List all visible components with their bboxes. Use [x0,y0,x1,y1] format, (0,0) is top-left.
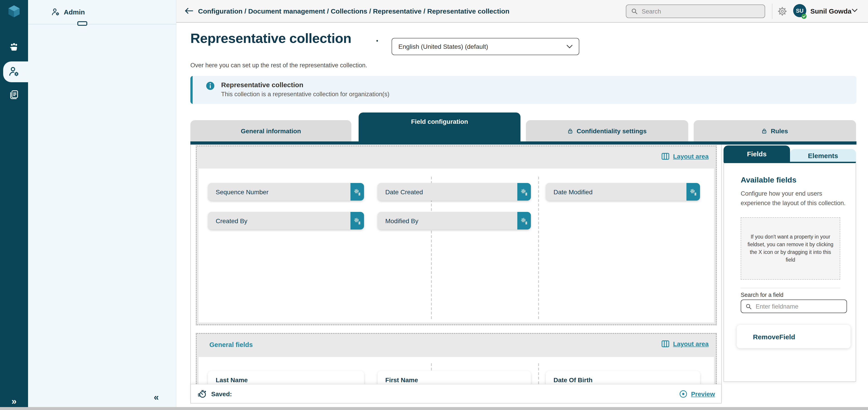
panel-tab-fields[interactable]: Fields [723,145,790,162]
available-fields-panel: Available fields Configure how your end … [723,162,856,382]
layout-area-link[interactable]: Layout area [662,340,709,347]
saved-status: Saved: [197,389,232,399]
chevron-down-icon [567,45,572,48]
panel-tab-label: Fields [747,150,767,158]
stopwatch-icon [197,389,207,399]
field-chip-date-created[interactable]: Date Created [378,183,531,201]
search-input[interactable] [642,8,755,15]
tab-label: General information [241,127,301,134]
search-icon [745,303,752,310]
lock-icon [762,128,767,134]
lock-icon [567,128,573,134]
field-settings-button[interactable] [686,183,700,201]
panel-tab-label: Elements [808,151,838,159]
gear-lines-icon [353,188,361,196]
field-chip-label: Modified By [378,217,517,224]
field-search-input[interactable] [756,303,841,310]
field-settings-button[interactable] [350,183,364,201]
eye-circle-icon [679,390,687,398]
admin-sidebar [28,0,176,410]
remove-dropzone[interactable]: If you don't want a property in your fie… [741,217,840,280]
gear-lines-icon [353,217,361,225]
search-icon [631,8,638,15]
workspace-people-icon[interactable] [0,38,28,57]
tab-label: Field configuration [411,118,468,125]
tab-rules[interactable]: Rules [694,120,856,141]
back-arrow-icon[interactable] [185,7,193,14]
layout-area-label: Layout area [673,153,709,160]
field-search-label: Search for a field [741,292,783,298]
global-search[interactable] [626,4,765,18]
layout-area-label: Layout area [673,340,709,347]
language-select[interactable]: English (United States) (default) [392,38,579,55]
field-chip-label: Sequence Number [208,188,350,195]
user-gear-icon [51,7,60,16]
dropzone-text: If you don't want a property in your fie… [747,233,833,264]
sidebar-header-label: Admin [64,8,85,16]
gear-lines-icon [520,188,528,196]
field-chip-label: Date Of Birth [546,376,700,383]
preview-label: Preview [691,390,715,397]
field-chip-modified-by[interactable]: Modified By [378,212,531,230]
tab-label: Confidentiality settings [577,127,647,134]
field-chip-created-by[interactable]: Created By [208,212,364,230]
field-chip-label: Created By [208,217,350,224]
tab-content-divider [190,141,857,144]
available-field-label: RemoveField [753,333,795,340]
page-subtitle: Over here you can set up the rest of the… [190,62,367,69]
preview-link[interactable]: Preview [679,390,715,398]
available-fields-heading: Available fields [741,176,796,185]
page-title: Representative collection [190,31,351,46]
columns-icon [662,153,670,160]
horizontal-scrollbar[interactable] [0,407,868,410]
tab-field-configuration[interactable]: Field configuration [359,112,521,141]
column-separator [538,177,539,319]
sidebar-collapse-button[interactable]: « [154,392,159,403]
scrolled-item-icon [77,21,87,26]
general-fields-title: General fields [209,341,253,348]
documents-icon[interactable] [0,86,28,104]
field-search[interactable] [741,300,847,313]
field-chip-label: First Name [378,376,531,383]
gear-lines-icon [689,188,697,196]
app-logo-icon[interactable] [6,4,22,19]
panel-divider [741,288,840,288]
layout-area-link[interactable]: Layout area [662,153,709,160]
info-banner: Representative collection This collectio… [190,76,857,104]
user-name[interactable]: Sunil Gowda [810,7,851,15]
language-select-value: English (United States) (default) [398,43,488,50]
field-chip-label: Date Created [378,188,517,195]
field-chip-sequence-number[interactable]: Sequence Number [208,183,364,201]
user-menu-chevron-icon[interactable] [852,9,857,12]
field-chip-label: Last Name [208,376,364,383]
saved-label: Saved: [211,390,232,397]
layout-area-system: Layout area Sequence Number Date Created [196,145,717,325]
available-field-removefield[interactable]: RemoveField [737,325,850,348]
app-rail: » [0,0,28,410]
tab-general-information[interactable]: General information [190,120,351,141]
breadcrumb[interactable]: Configuration / Document management / Co… [198,7,509,15]
rail-expand-button[interactable]: » [0,396,28,407]
banner-message: This collection is a representative coll… [221,91,389,98]
field-settings-button[interactable] [350,212,364,230]
topbar-divider [772,4,772,19]
panel-tab-elements[interactable]: Elements [790,149,856,162]
banner-accent-bar [190,76,193,104]
admin-user-gear-icon[interactable] [0,63,28,81]
info-icon [206,81,215,90]
title-dot: · [376,35,379,47]
field-chip-label: Date Modified [546,188,686,195]
field-settings-button[interactable] [517,183,531,201]
settings-gear-icon[interactable] [777,6,788,17]
columns-icon [662,340,670,347]
available-fields-description: Configure how your end users experience … [741,189,850,208]
status-check-badge [801,13,807,19]
tab-label: Rules [771,127,788,134]
save-status-bar: Saved: Preview [191,384,721,403]
field-chip-date-modified[interactable]: Date Modified [546,183,700,201]
tab-confidentiality-settings[interactable]: Confidentiality settings [526,120,688,141]
layout-canvas: Sequence Number Date Created [198,169,714,322]
field-settings-button[interactable] [517,212,531,230]
banner-title: Representative collection [221,81,303,89]
app-window: » Admin Profiles Document Dossier Person… [0,0,868,410]
